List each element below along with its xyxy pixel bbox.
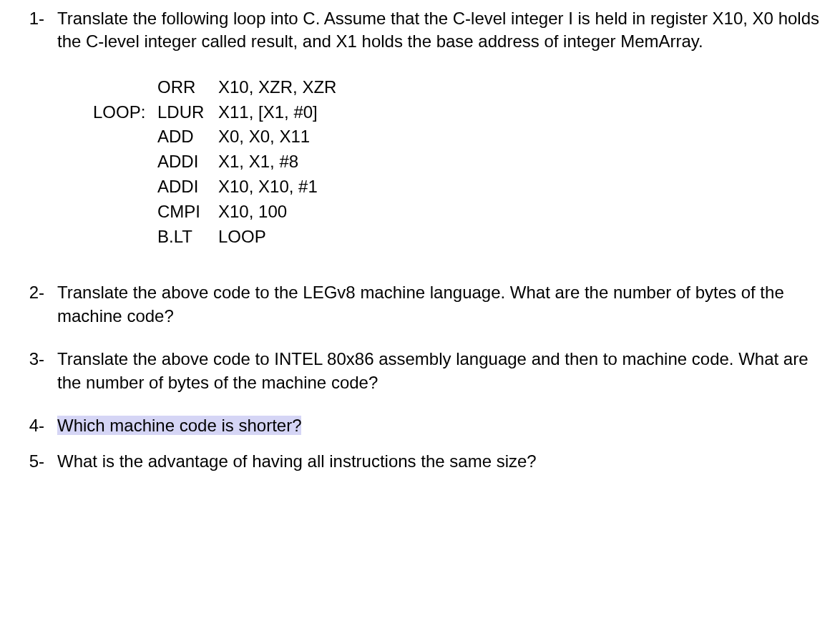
code-line: ORR X10, XZR, XZR: [93, 75, 826, 100]
code-label: [93, 225, 157, 250]
code-operands: X10, XZR, XZR: [218, 75, 336, 100]
question-text: Translate the above code to INTEL 80x86 …: [57, 348, 826, 394]
code-operands: X10, 100: [218, 200, 287, 225]
question-text: Translate the above code to the LEGv8 ma…: [57, 281, 826, 328]
code-operands: LOOP: [218, 225, 266, 250]
question-5: 5- What is the advantage of having all i…: [14, 450, 826, 473]
code-operands: X0, X0, X11: [218, 124, 310, 150]
code-line: ADD X0, X0, X11: [93, 124, 826, 150]
question-3: 3- Translate the above code to INTEL 80x…: [14, 348, 826, 394]
question-number: 4-: [14, 414, 57, 437]
code-label: [93, 150, 157, 175]
code-mnemonic: LDUR: [157, 100, 218, 125]
question-text: Which machine code is shorter?: [57, 414, 826, 437]
code-label: [93, 175, 157, 200]
code-operands: X10, X10, #1: [218, 175, 318, 200]
question-number: 3-: [14, 348, 57, 394]
code-mnemonic: ADDI: [157, 175, 218, 200]
highlighted-text: Which machine code is shorter?: [57, 416, 301, 435]
assembly-code-block: ORR X10, XZR, XZR LOOP: LDUR X11, [X1, #…: [93, 75, 826, 250]
code-line: ADDI X1, X1, #8: [93, 150, 826, 175]
code-mnemonic: ADD: [157, 124, 218, 150]
code-line: ADDI X10, X10, #1: [93, 175, 826, 200]
code-operands: X1, X1, #8: [218, 150, 298, 175]
code-mnemonic: ORR: [157, 75, 218, 100]
code-label: [93, 200, 157, 225]
code-label: [93, 75, 157, 100]
code-mnemonic: B.LT: [157, 225, 218, 250]
question-text: What is the advantage of having all inst…: [57, 450, 826, 473]
question-text: Translate the following loop into C. Ass…: [57, 7, 826, 54]
code-line: CMPI X10, 100: [93, 200, 826, 225]
code-operands: X11, [X1, #0]: [218, 100, 318, 125]
question-1: 1- Translate the following loop into C. …: [14, 7, 826, 54]
code-label: LOOP:: [93, 100, 157, 125]
code-mnemonic: ADDI: [157, 150, 218, 175]
question-number: 1-: [14, 7, 57, 54]
code-line: B.LT LOOP: [93, 225, 826, 250]
code-label: [93, 124, 157, 150]
code-line: LOOP: LDUR X11, [X1, #0]: [93, 100, 826, 125]
question-number: 5-: [14, 450, 57, 473]
question-4: 4- Which machine code is shorter?: [14, 414, 826, 437]
question-2: 2- Translate the above code to the LEGv8…: [14, 281, 826, 328]
question-number: 2-: [14, 281, 57, 328]
code-mnemonic: CMPI: [157, 200, 218, 225]
